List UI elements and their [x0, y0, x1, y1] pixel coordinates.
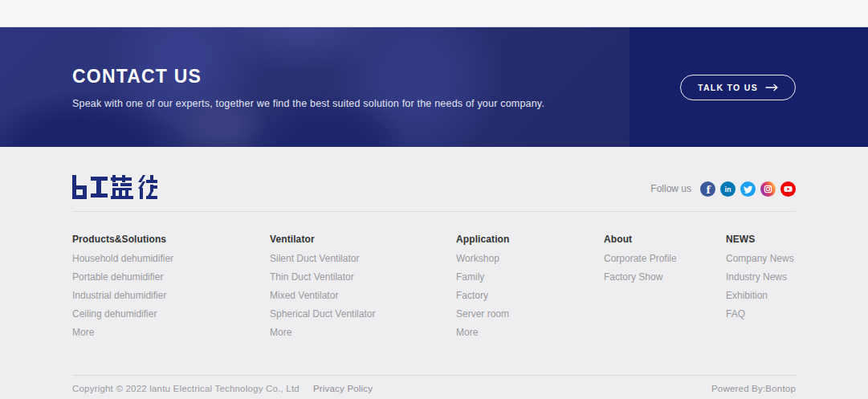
footer-column-application: Application Workshop Family Factory Serv…: [456, 234, 604, 337]
lantu-logo-icon: [72, 175, 157, 199]
talk-to-us-label: TALK TO US: [698, 83, 758, 92]
footer-column-title: NEWS: [726, 234, 796, 245]
footer-column-ventilator: Ventilator Silent Duct Ventilator Thin D…: [270, 234, 456, 337]
facebook-icon[interactable]: f: [700, 181, 715, 197]
footer-link[interactable]: Household dehumidifier: [72, 254, 270, 263]
lantu-logo[interactable]: [72, 175, 157, 202]
page: CONTACT US Speak with one of our experts…: [0, 0, 868, 399]
footer-link[interactable]: More: [270, 328, 456, 337]
footer-link[interactable]: Factory Show: [604, 272, 726, 282]
footer-column-title: Application: [456, 234, 604, 245]
footer-link[interactable]: Family: [456, 272, 604, 282]
privacy-policy-link[interactable]: Privacy Policy: [313, 384, 373, 393]
contact-banner-text: CONTACT US Speak with one of our experts…: [72, 66, 544, 109]
page-top-strip: [0, 0, 868, 27]
contact-title: CONTACT US: [72, 66, 544, 88]
footer-brand-row: Follow us f in: [72, 177, 796, 201]
contact-banner: CONTACT US Speak with one of our experts…: [0, 27, 868, 147]
talk-to-us-button[interactable]: TALK TO US: [680, 75, 796, 100]
footer-column-about: About Corporate Profile Factory Show: [604, 234, 726, 337]
footer-link[interactable]: Ceiling dehumidifier: [72, 309, 270, 319]
footer-column-title: About: [604, 234, 726, 245]
footer-column-title: Products&Solutions: [72, 234, 270, 245]
youtube-icon[interactable]: [780, 181, 796, 197]
follow-us-label: Follow us: [650, 183, 691, 194]
footer-link[interactable]: Server room: [456, 309, 604, 319]
footer-column-news: NEWS Company News Industry News Exhibiti…: [726, 234, 796, 337]
footer-link-columns: Products&Solutions Household dehumidifie…: [72, 212, 796, 337]
footer-link[interactable]: Exhibition: [726, 291, 796, 300]
footer-link[interactable]: Factory: [456, 291, 604, 300]
twitter-icon[interactable]: [740, 181, 756, 197]
footer-column-products: Products&Solutions Household dehumidifie…: [72, 234, 270, 337]
footer-link[interactable]: Spherical Duct Ventilator: [270, 309, 456, 319]
contact-subtitle: Speak with one of our experts, together …: [72, 98, 544, 109]
footer-link[interactable]: Workshop: [456, 254, 604, 263]
footer-link[interactable]: Industry News: [726, 272, 796, 282]
powered-by-link[interactable]: Powered By:Bontop: [711, 384, 796, 393]
footer-link[interactable]: Mixed Ventilator: [270, 291, 456, 300]
footer-link[interactable]: Portable dehumidifier: [72, 272, 270, 282]
linkedin-icon[interactable]: in: [720, 181, 736, 197]
svg-text:f: f: [706, 183, 711, 195]
svg-text:in: in: [724, 185, 731, 193]
footer-link[interactable]: More: [456, 328, 604, 337]
footer-link[interactable]: Thin Duct Ventilator: [270, 272, 456, 282]
footer-link[interactable]: FAQ: [726, 309, 796, 319]
instagram-icon[interactable]: [760, 181, 776, 197]
footer-bottom-row: Copyright © 2022 lantu Electrical Techno…: [72, 376, 796, 393]
footer-column-title: Ventilator: [270, 234, 456, 245]
social-row: Follow us f in: [650, 181, 796, 197]
footer-link[interactable]: Silent Duct Ventilator: [270, 254, 456, 263]
footer-link[interactable]: Company News: [726, 254, 796, 263]
footer-link[interactable]: More: [72, 328, 270, 337]
footer-link[interactable]: Industrial dehumidifier: [72, 291, 270, 300]
arrow-right-icon: [765, 83, 779, 92]
footer: Follow us f in: [0, 147, 868, 399]
copyright-text: Copyright © 2022 lantu Electrical Techno…: [72, 384, 300, 393]
footer-link[interactable]: Corporate Profile: [604, 254, 726, 263]
